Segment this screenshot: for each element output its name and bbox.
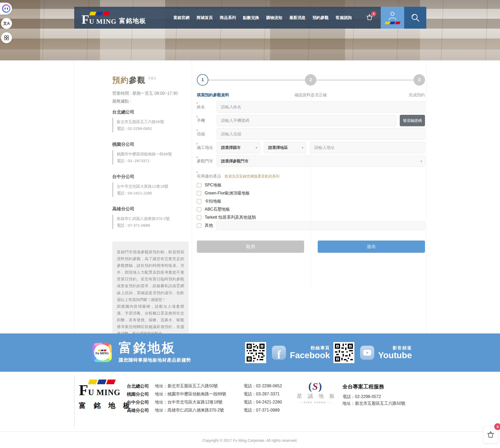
city-select[interactable]: 請選擇縣市▾ — [217, 142, 260, 153]
cart-badge: 0 — [371, 11, 376, 16]
nav-link-news[interactable]: 最新消息 — [289, 15, 305, 21]
checkbox-row-abc: ABC石塑地板 — [197, 205, 425, 213]
phone-input[interactable] — [217, 115, 396, 126]
reservation-form: 1 2 3 填寫預約參觀資料 確認資料是否正確 完成預約 *姓名 *手機 發送驗… — [197, 74, 425, 253]
step-3-label: 完成預約 — [409, 92, 425, 98]
app-icon-text: Fu MING — [96, 351, 109, 355]
checkbox-tarkett[interactable] — [197, 215, 201, 220]
service-locations-label: 服務據點 : — [112, 99, 189, 104]
send-verification-code-button[interactable]: 發送驗證碼 — [400, 115, 425, 126]
service-phone: 電話：02-2298-0572 — [342, 393, 405, 400]
nav-link-support[interactable]: 客服諮詢 — [336, 15, 352, 21]
nav-link-points[interactable]: 點數兌換 — [243, 15, 259, 21]
email-input[interactable] — [217, 128, 425, 140]
checkbox-spc[interactable] — [197, 183, 201, 187]
nav-link-shop-home[interactable]: 商城首頁 — [197, 15, 213, 21]
submit-button[interactable]: 送出 — [318, 241, 425, 253]
branch-info: 桃園市中壢區領航南路一段89號 電話 : 03 -2873371 — [112, 150, 189, 165]
district-select[interactable]: 請選擇地區▾ — [264, 142, 306, 153]
nav-link-shopping-guide[interactable]: 購物須知 — [266, 15, 282, 21]
store-row: *參觀門市 請選擇參觀門市▾ — [197, 155, 425, 167]
chevron-down-icon: ▾ — [302, 146, 303, 150]
footer-logo-parallelograms — [89, 380, 115, 384]
checkbox-label: SPC地板 — [205, 182, 222, 188]
branch-name: 台北總公司 — [112, 109, 189, 115]
person-icon — [388, 11, 397, 20]
service-title: 全台專案工程服務 — [342, 383, 405, 390]
floating-cart-button[interactable]: 0 — [483, 426, 498, 443]
translate-button[interactable]: 文A — [1, 18, 12, 29]
facebook-link[interactable]: f 粉絲專頁 Facebook — [245, 342, 330, 363]
checkbox-greenflor[interactable] — [197, 191, 201, 195]
checkbox-row-other: 其他 — [197, 222, 425, 230]
checkbox-row-spc: SPC地板 — [197, 181, 425, 189]
apps-grid-icon — [4, 35, 9, 41]
branch-name: 台中分公司 — [112, 174, 189, 180]
address-input[interactable] — [310, 142, 425, 153]
nav-link-official[interactable]: 富銘官網 — [173, 15, 190, 21]
email-row: *信箱 — [197, 128, 425, 140]
account-button[interactable] — [381, 7, 404, 29]
cancel-button[interactable]: 取消 — [197, 241, 304, 253]
checkbox-click-floor[interactable] — [197, 199, 201, 204]
app-icon: Fu MING — [92, 343, 112, 362]
band-brand-name: 富銘地板 — [119, 341, 191, 355]
phone-label: *手機 — [197, 118, 217, 123]
name-input[interactable] — [217, 101, 425, 113]
chevron-down-icon: ▾ — [420, 159, 422, 163]
copyright-text: Copyright © 2017 Fu Ming Corporate. All … — [202, 438, 297, 443]
checkbox-row-tarkett: Tarkett 怡居系列及其他毯類 — [197, 213, 425, 222]
service-address: 地址：新北市五股區五工六路50號 — [342, 400, 405, 407]
cart-button[interactable]: 0 — [366, 14, 373, 22]
logo-zh: 富銘地板 — [119, 17, 146, 25]
search-icon — [410, 12, 421, 23]
store-label: *參觀門市 — [197, 159, 217, 164]
site-logo[interactable]: FU MING 富銘地板 — [82, 10, 146, 26]
floating-cart-badge: 0 — [494, 423, 500, 430]
footer-divider — [74, 376, 74, 427]
main-content: 預約參觀““ 營業時間 : 星期一至五 08:00~17:30 服務據點 : 台… — [74, 60, 427, 333]
name-label: *姓名 — [197, 104, 217, 110]
branch-info: 高雄市仁武區八德東路370-2號 電話 : 07-371-0989 — [112, 215, 189, 229]
sidebar: 預約參觀““ 營業時間 : 星期一至五 08:00~17:30 服務據點 : 台… — [112, 75, 189, 362]
sing-cheng-mark: (S) — [297, 381, 333, 392]
youtube-icon — [360, 346, 374, 360]
step-1-label: 填寫預約參觀資料 — [197, 92, 229, 98]
checkbox-row-greenflor: Green-Flor歐洲頂級地板 — [197, 189, 425, 197]
business-hours: 營業時間 : 星期一至五 08:00~17:30 — [112, 91, 189, 96]
nav-link-products[interactable]: 商品系列 — [220, 15, 236, 21]
products-header: *有興趣的產品 歡迎先至富銘官網挑選喜歡的系列 — [197, 174, 425, 179]
facebook-icon: f — [272, 346, 286, 360]
product-checkbox-list: SPC地板 Green-Flor歐洲頂級地板 卡扣地板 ABC石塑地板 Tark… — [197, 181, 425, 230]
apps-button[interactable] — [1, 32, 12, 43]
footer-branch-row: 台北總公司地址：新北市五股區五工六路50號電話：02-2298-0652 — [127, 382, 282, 390]
name-row: *姓名 — [197, 101, 425, 113]
footer-branch-list: 台北總公司地址：新北市五股區五工六路50號電話：02-2298-0652 桃園分… — [127, 382, 282, 414]
step-1-circle: 1 — [197, 74, 208, 86]
footer-branch-row: 桃園分公司地址：桃園市中壢區領航南路一段89號電話：03-287-3371 — [127, 390, 282, 398]
branch-name: 高雄分公司 — [112, 206, 189, 212]
products-hint-link[interactable]: 歡迎先至富銘官網挑選喜歡的系列 — [225, 174, 279, 179]
footer-logo: FU MING 富 銘 地 板 — [79, 383, 133, 410]
step-indicator: 1 2 3 填寫預約參觀資料 確認資料是否正確 完成預約 — [197, 74, 425, 101]
ai-assistant-icon — [2, 4, 10, 13]
checkbox-other[interactable] — [197, 223, 201, 228]
youtube-link[interactable]: 影音頻道 Youtube — [333, 342, 412, 363]
facebook-qr-code — [245, 342, 266, 363]
page-title: 預約參觀““ — [112, 75, 189, 86]
copyright-bar: Copyright © 2017 Fu Ming Corporate. All … — [0, 431, 500, 448]
search-button[interactable] — [404, 7, 426, 29]
other-product-input[interactable] — [216, 221, 425, 230]
branch-info: 新北市五股區五工六路50號 電話 : 02-2298-0652 — [112, 118, 189, 132]
band-brand-tagline: 讓您隨時掌握地板地材產品新趨勢 — [119, 357, 191, 363]
floating-cart-icon — [486, 431, 495, 438]
store-select[interactable]: 請選擇參觀門市▾ — [217, 155, 425, 167]
ai-assistant-button[interactable] — [0, 3, 12, 15]
band-brand: 富銘地板 讓您隨時掌握地板地材產品新趨勢 — [119, 341, 191, 363]
footer: FU MING 富 銘 地 板 台北總公司地址：新北市五股區五工六路50號電話：… — [0, 372, 500, 431]
checkbox-label: Tarkett 怡居系列及其他毯類 — [205, 215, 256, 220]
checkbox-abc[interactable] — [197, 207, 201, 212]
checkbox-label: Green-Flor歐洲頂級地板 — [205, 191, 250, 196]
form-actions: 取消 送出 — [197, 241, 425, 253]
nav-link-reservation[interactable]: 預約參觀 — [312, 15, 329, 21]
